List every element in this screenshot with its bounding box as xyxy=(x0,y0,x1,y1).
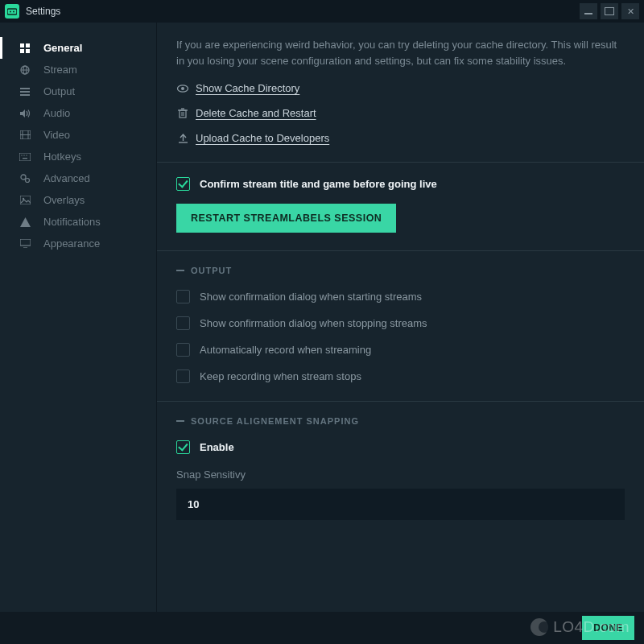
svg-rect-5 xyxy=(20,49,24,53)
trash-icon xyxy=(176,108,189,118)
cache-section: If you are experiencing weird behavior, … xyxy=(157,23,644,163)
svg-rect-10 xyxy=(20,88,30,89)
svg-rect-28 xyxy=(20,239,31,246)
output-header[interactable]: OUTPUT xyxy=(176,266,625,275)
svg-point-19 xyxy=(21,155,22,155)
svg-point-2 xyxy=(13,10,14,12)
sidebar-item-appearance[interactable]: Appearance xyxy=(0,233,156,254)
svg-rect-18 xyxy=(19,153,31,161)
upload-cache-link[interactable]: Upload Cache to Developers xyxy=(196,132,329,144)
footer: DONE xyxy=(0,612,644,644)
svg-point-20 xyxy=(23,155,24,155)
confirm-stop-label: Show confirmation dialog when stopping s… xyxy=(200,317,427,329)
delete-cache-row: Delete Cache and Restart xyxy=(176,107,625,119)
auto-record-checkbox[interactable] xyxy=(176,343,190,357)
image-icon xyxy=(18,196,32,204)
svg-rect-6 xyxy=(26,49,30,53)
snapping-header-label: SOURCE ALIGNEMENT SNAPPING xyxy=(191,416,359,426)
svg-rect-22 xyxy=(23,158,27,159)
delete-cache-link[interactable]: Delete Cache and Restart xyxy=(196,107,316,119)
sidebar-item-video[interactable]: Video xyxy=(0,124,156,146)
show-cache-link[interactable]: Show Cache Directory xyxy=(196,82,299,94)
collapse-icon xyxy=(176,270,184,271)
keep-recording-label: Keep recording when stream stops xyxy=(200,370,361,382)
app-icon xyxy=(5,4,19,19)
confirm-stop-checkbox[interactable] xyxy=(176,316,190,330)
svg-point-21 xyxy=(26,155,27,155)
maximize-button[interactable] xyxy=(601,3,618,19)
minimize-button[interactable] xyxy=(580,3,597,19)
sidebar-item-label: Video xyxy=(43,129,70,141)
sidebar-item-label: Advanced xyxy=(43,172,90,184)
snapping-header[interactable]: SOURCE ALIGNEMENT SNAPPING xyxy=(176,416,625,426)
upload-cache-row: Upload Cache to Developers xyxy=(176,132,625,144)
cache-description: If you are experiencing weird behavior, … xyxy=(176,37,625,69)
output-header-label: OUTPUT xyxy=(191,266,232,275)
svg-marker-27 xyxy=(20,217,31,227)
svg-rect-3 xyxy=(20,43,24,47)
confirm-section: Confirm stream title and game before goi… xyxy=(157,163,644,251)
svg-rect-32 xyxy=(180,110,186,118)
svg-point-1 xyxy=(10,10,11,12)
svg-rect-0 xyxy=(7,9,17,14)
sidebar-item-label: Appearance xyxy=(43,237,100,250)
svg-rect-12 xyxy=(20,94,30,96)
auto-record-label: Automatically record when streaming xyxy=(200,344,371,356)
snap-sensitivity-label: Snap Sensitivy xyxy=(176,469,625,481)
sidebar-item-label: Hotkeys xyxy=(43,151,81,163)
sidebar-item-advanced[interactable]: Advanced xyxy=(0,167,156,189)
sidebar-item-notifications[interactable]: Notifications xyxy=(0,211,156,233)
upload-icon xyxy=(176,134,189,143)
svg-rect-11 xyxy=(20,91,30,93)
done-button[interactable]: DONE xyxy=(582,616,634,640)
svg-rect-25 xyxy=(20,196,31,204)
sidebar: General Stream Output Audio xyxy=(0,23,157,612)
sidebar-item-overlays[interactable]: Overlays xyxy=(0,189,156,211)
svg-point-31 xyxy=(181,87,184,90)
snapping-enable-checkbox[interactable] xyxy=(176,440,190,454)
titlebar: Settings xyxy=(0,0,644,23)
svg-point-24 xyxy=(25,178,29,182)
svg-point-23 xyxy=(21,175,26,180)
snapping-enable-label: Enable xyxy=(200,441,234,453)
cogs-icon xyxy=(18,174,32,184)
output-section: OUTPUT Show confirmation dialog when sta… xyxy=(157,251,644,402)
settings-window: Settings General Stream xyxy=(0,0,644,612)
confirm-title-label: Confirm stream title and game before goi… xyxy=(200,178,437,190)
snap-sensitivity-input[interactable] xyxy=(176,489,625,520)
keep-recording-checkbox[interactable] xyxy=(176,369,190,383)
keyboard-icon xyxy=(18,153,32,161)
show-cache-row: Show Cache Directory xyxy=(176,82,625,94)
sidebar-item-general[interactable]: General xyxy=(0,37,156,59)
close-button[interactable] xyxy=(621,3,639,19)
sidebar-item-label: General xyxy=(43,42,82,54)
sidebar-item-label: Output xyxy=(43,85,75,97)
grid-icon xyxy=(18,43,32,53)
main-panel: If you are experiencing weird behavior, … xyxy=(157,23,644,612)
sidebar-item-audio[interactable]: Audio xyxy=(0,102,156,124)
sidebar-item-hotkeys[interactable]: Hotkeys xyxy=(0,146,156,167)
sidebar-item-label: Audio xyxy=(43,107,70,119)
sidebar-item-label: Overlays xyxy=(43,194,85,206)
sidebar-item-output[interactable]: Output xyxy=(0,80,156,102)
restart-streamlabels-button[interactable]: RESTART STREAMLABELS SESSION xyxy=(176,204,396,233)
svg-marker-13 xyxy=(20,109,25,118)
bars-icon xyxy=(18,87,32,97)
sidebar-item-label: Notifications xyxy=(43,216,101,228)
film-icon xyxy=(18,130,32,139)
collapse-icon xyxy=(176,420,184,422)
confirm-start-label: Show confirmation dialog when starting s… xyxy=(200,291,422,303)
svg-rect-4 xyxy=(26,43,30,47)
monitor-icon xyxy=(18,239,32,248)
window-title: Settings xyxy=(26,6,60,17)
globe-icon xyxy=(18,65,32,75)
snapping-section: SOURCE ALIGNEMENT SNAPPING Enable Snap S… xyxy=(157,402,644,538)
warning-icon xyxy=(18,217,32,227)
sidebar-item-stream[interactable]: Stream xyxy=(0,59,156,80)
confirm-start-checkbox[interactable] xyxy=(176,290,190,303)
confirm-title-checkbox[interactable] xyxy=(176,177,190,191)
eye-icon xyxy=(176,85,189,93)
sidebar-item-label: Stream xyxy=(43,64,77,76)
speaker-icon xyxy=(18,109,32,118)
